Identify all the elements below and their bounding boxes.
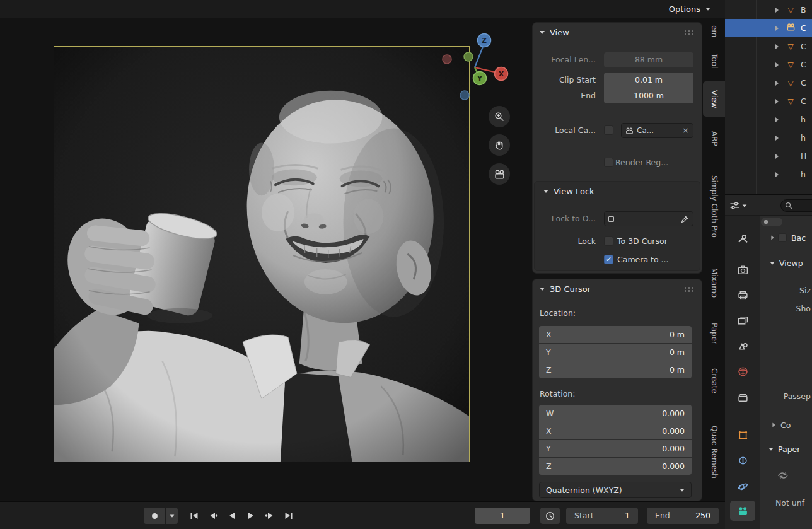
cursor-location-z-field[interactable]: Z 0 m bbox=[539, 361, 692, 378]
unfold-refresh-button[interactable] bbox=[760, 468, 812, 483]
tab-arp[interactable]: ARP bbox=[703, 124, 725, 153]
local-camera-field[interactable]: Ca... × bbox=[621, 123, 693, 138]
tab-create[interactable]: Create bbox=[703, 360, 725, 402]
view-panel-header[interactable]: View bbox=[533, 23, 702, 42]
tab-simply-cloth-pro[interactable]: Simply Cloth Pro bbox=[703, 162, 725, 250]
playback-sync-button[interactable] bbox=[540, 508, 560, 524]
outliner-row[interactable]: ▽ C bbox=[725, 74, 812, 92]
expand-icon[interactable] bbox=[771, 236, 774, 240]
drag-grip-icon[interactable] bbox=[683, 286, 695, 292]
play-button[interactable] bbox=[242, 508, 259, 524]
local-camera-checkbox[interactable] bbox=[604, 125, 613, 135]
previous-keyframe-button[interactable] bbox=[204, 508, 221, 524]
tab-world-properties[interactable] bbox=[735, 364, 750, 379]
outliner-row[interactable]: H bbox=[725, 147, 812, 165]
auto-key-dropdown[interactable] bbox=[166, 508, 178, 524]
expand-icon[interactable] bbox=[775, 154, 779, 159]
lock-to-object-field[interactable] bbox=[604, 211, 693, 226]
frame-start-field[interactable]: Start 1 bbox=[566, 508, 638, 524]
paper-panel-header[interactable]: Paper bbox=[760, 441, 812, 456]
expand-icon[interactable] bbox=[775, 99, 779, 104]
tab-physics-properties[interactable] bbox=[735, 479, 750, 494]
clip-end-field[interactable]: 1000 m bbox=[604, 88, 693, 103]
editor-type-button[interactable] bbox=[730, 199, 747, 212]
collapse-icon[interactable] bbox=[769, 448, 774, 450]
viewport-display-header[interactable]: Viewp bbox=[760, 255, 812, 270]
expand-icon[interactable] bbox=[775, 62, 779, 67]
tab-paper[interactable]: Paper bbox=[703, 316, 725, 351]
cursor-location-x-field[interactable]: X 0 m bbox=[539, 326, 692, 343]
jump-to-start-button[interactable] bbox=[185, 508, 202, 524]
tab-render-properties[interactable] bbox=[735, 262, 750, 277]
auto-key-button[interactable] bbox=[144, 508, 165, 524]
current-frame-field[interactable]: 1 bbox=[475, 508, 530, 524]
pan-button[interactable] bbox=[489, 134, 510, 156]
tab-view[interactable]: View bbox=[703, 81, 725, 117]
expand-icon[interactable] bbox=[775, 81, 779, 86]
tab-constraint-properties[interactable] bbox=[735, 453, 750, 468]
outliner-row[interactable]: ▽ C bbox=[725, 92, 812, 110]
outliner-row[interactable]: h bbox=[725, 129, 812, 147]
focal-length-field[interactable]: 88 mm bbox=[604, 52, 693, 67]
eyedropper-button[interactable] bbox=[681, 215, 689, 223]
expand-icon[interactable] bbox=[775, 117, 779, 122]
rotation-mode-dropdown[interactable]: Quaternion (WXYZ) bbox=[539, 482, 692, 498]
next-keyframe-button[interactable] bbox=[261, 508, 278, 524]
outliner-row[interactable]: h bbox=[725, 165, 812, 183]
frame-end-field[interactable]: End 250 bbox=[647, 508, 719, 524]
tab-object-properties[interactable] bbox=[735, 427, 750, 443]
cursor-rotation-z-field[interactable]: Z 0.000 bbox=[539, 458, 692, 475]
expand-icon[interactable] bbox=[775, 44, 779, 49]
cursor-rotation-w-field[interactable]: W 0.000 bbox=[539, 405, 692, 422]
expand-icon[interactable] bbox=[775, 26, 779, 31]
tab-mixamo[interactable]: Mixamo bbox=[703, 259, 725, 307]
render-region-checkbox[interactable] bbox=[604, 158, 613, 167]
tab-collection-properties[interactable] bbox=[735, 390, 750, 405]
camera-view-button[interactable] bbox=[489, 163, 510, 185]
tab-item[interactable]: em bbox=[703, 21, 725, 42]
tab-quad-remesh[interactable]: Quad Remesh bbox=[703, 410, 725, 494]
expand-icon[interactable] bbox=[775, 172, 779, 177]
jump-to-end-button[interactable] bbox=[280, 508, 297, 524]
cursor-location-y-field[interactable]: Y 0 m bbox=[539, 344, 692, 361]
tab-view-layer-properties[interactable] bbox=[735, 313, 750, 328]
play-reverse-button[interactable] bbox=[223, 508, 240, 524]
collapse-icon[interactable] bbox=[540, 31, 545, 34]
options-button[interactable]: Options bbox=[663, 2, 716, 16]
search-input[interactable] bbox=[780, 199, 812, 212]
composition-guides-row[interactable]: Co bbox=[760, 417, 812, 433]
outliner-row[interactable]: ▽ C bbox=[725, 37, 812, 55]
navigation-gizmo[interactable]: Z X Y bbox=[436, 28, 512, 104]
camera-to-view-checkbox[interactable]: ✓ bbox=[604, 255, 613, 264]
outliner-row[interactable]: h bbox=[725, 110, 812, 129]
collapse-icon[interactable] bbox=[540, 288, 545, 291]
expand-icon[interactable] bbox=[775, 136, 779, 141]
zoom-button[interactable] bbox=[489, 106, 510, 127]
background-images-row[interactable]: Bac bbox=[760, 230, 812, 245]
expand-icon[interactable] bbox=[772, 423, 775, 427]
outliner-row[interactable]: ▽ C bbox=[725, 55, 812, 74]
collapse-icon[interactable] bbox=[543, 190, 548, 193]
to-3d-cursor-checkbox[interactable] bbox=[604, 236, 613, 246]
clear-icon[interactable]: × bbox=[682, 124, 689, 137]
tab-object-data-properties[interactable] bbox=[735, 503, 750, 518]
record-icon bbox=[152, 513, 158, 519]
tab-scene-properties[interactable] bbox=[735, 338, 750, 353]
cursor-rotation-x-field[interactable]: X 0.000 bbox=[539, 422, 692, 439]
drag-grip-icon[interactable] bbox=[683, 30, 695, 35]
clip-start-field[interactable]: 0.01 m bbox=[604, 73, 693, 88]
tab-tool[interactable]: Tool bbox=[703, 48, 725, 74]
outliner-row-selected[interactable]: C bbox=[725, 19, 812, 37]
cursor-panel-header[interactable]: 3D Cursor bbox=[533, 279, 702, 298]
viewport-3d[interactable]: Z X Y View bbox=[0, 18, 725, 501]
view-lock-header[interactable]: View Lock bbox=[535, 183, 700, 199]
background-images-checkbox[interactable] bbox=[778, 233, 787, 242]
breadcrumb[interactable] bbox=[761, 218, 782, 226]
outliner-row[interactable]: ▽ B bbox=[725, 1, 812, 19]
cursor-rotation-y-field[interactable]: Y 0.000 bbox=[539, 440, 692, 457]
tab-output-properties[interactable] bbox=[735, 288, 750, 303]
axis-neg-z-icon bbox=[460, 91, 469, 100]
collapse-icon[interactable] bbox=[770, 262, 775, 264]
expand-icon[interactable] bbox=[775, 8, 779, 13]
tab-tool-properties[interactable] bbox=[735, 230, 750, 245]
